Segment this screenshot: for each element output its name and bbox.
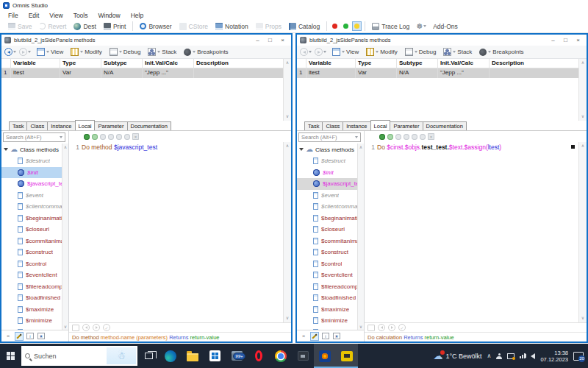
column-header[interactable]: Init.Val/Calc <box>438 59 490 68</box>
close-button[interactable]: × <box>277 35 288 45</box>
info-panel-button[interactable]: i <box>26 332 35 341</box>
column-header[interactable]: Description <box>194 59 291 68</box>
column-header[interactable]: Subtype <box>397 59 438 68</box>
select-icon[interactable] <box>368 325 375 331</box>
method-item[interactable]: $init <box>1 167 68 179</box>
tree-root-class-methods[interactable]: ☁ Class methods <box>1 144 68 155</box>
omnis-studio-taskbar-button[interactable] <box>314 344 336 368</box>
delete-method-button[interactable]: × <box>4 332 12 341</box>
maximize-button[interactable]: □ <box>265 35 276 45</box>
chrome-button[interactable] <box>270 344 292 368</box>
minimize-button[interactable]: – <box>548 35 559 45</box>
tab[interactable]: Documentation <box>127 121 171 130</box>
window-toolbar-button[interactable]: Breakpoints <box>476 47 526 57</box>
nav-back-button[interactable] <box>300 48 312 56</box>
code-toolbar-green-button[interactable] <box>84 134 90 140</box>
method-item[interactable]: $construct <box>1 247 68 258</box>
maximize-button[interactable]: □ <box>560 35 571 45</box>
code-toolbar-button[interactable] <box>395 134 401 140</box>
gear-button[interactable]: ☸ <box>413 22 429 30</box>
code-line[interactable]: 1 Do $cinst.$objs.test_test.$text.$assig… <box>365 142 587 151</box>
method-item[interactable]: $closeurl <box>297 224 364 236</box>
menu-item[interactable]: Window <box>93 12 125 19</box>
taskbar-search[interactable]: Suchen ☃ <box>21 346 137 366</box>
addons-button[interactable]: Add-Ons <box>429 21 462 32</box>
code-toolbar-button[interactable] <box>404 134 409 140</box>
scroll-down-icon[interactable]: ∨ <box>579 113 587 120</box>
scroll-up-icon[interactable]: ∧ <box>579 60 587 66</box>
trace-log-button[interactable]: Trace Log <box>368 21 413 32</box>
window-toolbar-button[interactable]: Stack <box>440 47 475 57</box>
tab[interactable]: Class <box>322 121 343 130</box>
scroll-down-icon[interactable]: ∨ <box>284 315 291 322</box>
method-item[interactable]: $event <box>297 190 364 202</box>
variable-row[interactable]: 1 ltest Var N/A "Jepp ..." <box>1 68 291 78</box>
method-item[interactable]: $maximize <box>1 304 68 316</box>
method-search-combo[interactable]: Search (Alt+F) <box>298 132 361 142</box>
tree-scrollbar[interactable]: ∧ ∨ <box>357 144 364 331</box>
column-header[interactable]: Type <box>356 59 397 68</box>
code-toolbar-clear-button[interactable]: × <box>428 133 434 140</box>
tab[interactable]: Parameter <box>94 121 127 130</box>
delete-method-button[interactable]: × <box>299 332 308 341</box>
window-toolbar-button[interactable]: View <box>329 47 362 57</box>
code-toolbar-button[interactable] <box>124 134 130 140</box>
ok-circle-icon[interactable]: ✓ <box>103 324 110 331</box>
toolbar-button[interactable]: Revert <box>35 21 70 32</box>
window-toolbar-button[interactable]: Modify <box>363 47 401 57</box>
code-toolbar-button[interactable] <box>420 134 426 140</box>
tree-root-class-methods[interactable]: ☁ Class methods <box>297 144 364 155</box>
table-scrollbar[interactable]: ∧ ∨ <box>578 59 587 121</box>
code-editor[interactable]: 1 Do method $javascript_test ∧ ∨ <box>69 142 291 322</box>
edit-method-button[interactable] <box>15 332 24 341</box>
toolbar-button[interactable]: Browser <box>136 21 175 32</box>
store-button[interactable] <box>204 344 226 368</box>
toolbar-button[interactable]: CStore <box>176 21 212 32</box>
stamp-button[interactable]: ★ <box>37 332 46 341</box>
menu-item[interactable]: Edit <box>24 12 45 19</box>
code-toolbar-clear-button[interactable]: × <box>132 133 139 140</box>
display-tray-icon[interactable] <box>507 353 514 359</box>
column-header[interactable]: Type <box>60 59 101 68</box>
back-circle-icon[interactable] <box>378 324 385 331</box>
tab[interactable]: Local <box>75 120 96 130</box>
window-toolbar-button[interactable]: View <box>34 47 66 57</box>
nav-forward-button[interactable] <box>315 48 326 56</box>
toolbar-button[interactable]: Save <box>4 21 35 32</box>
back-circle-icon[interactable] <box>82 324 90 331</box>
code-editor[interactable]: 1 Do $cinst.$objs.test_test.$text.$assig… <box>365 142 587 322</box>
window-toolbar-button[interactable]: Stack <box>145 47 179 57</box>
scroll-down-icon[interactable]: ∨ <box>284 113 291 120</box>
method-item[interactable]: $destruct <box>297 155 364 167</box>
select-icon[interactable] <box>72 325 79 331</box>
method-item[interactable]: $filereadcomplete <box>1 281 68 293</box>
code-line[interactable]: 1 Do method $javascript_test <box>69 142 291 151</box>
mail-button[interactable]: 99+ <box>226 344 248 368</box>
file-explorer-button[interactable] <box>182 344 204 368</box>
method-item[interactable]: $destruct <box>1 155 68 167</box>
action-center-button[interactable]: 20 <box>573 352 584 361</box>
tab[interactable]: Task <box>304 121 323 130</box>
method-item[interactable]: $javascript_test <box>1 178 68 190</box>
toolbar-button[interactable]: Print <box>100 21 129 32</box>
code-toolbar-button[interactable] <box>116 134 122 140</box>
stamp-button[interactable]: ★ <box>332 332 341 341</box>
yellow-app-button[interactable] <box>336 344 358 368</box>
toolbar-button[interactable]: Notation <box>212 21 252 32</box>
column-header[interactable]: Variable <box>11 59 60 68</box>
forward-circle-icon[interactable] <box>388 324 395 331</box>
column-header[interactable]: Variable <box>306 59 356 68</box>
menu-item[interactable]: Tools <box>68 12 93 19</box>
window-toolbar-button[interactable]: Debug <box>107 47 144 57</box>
traffic-light-button[interactable] <box>352 21 362 31</box>
code-toolbar-lightgreen-button[interactable] <box>387 134 393 140</box>
method-item[interactable]: $maximize <box>297 304 364 316</box>
method-item[interactable]: $filereadcomplete <box>297 281 364 293</box>
code-toolbar-button[interactable] <box>108 134 114 140</box>
method-item[interactable]: $beginanimation <box>1 213 68 224</box>
traffic-light-button[interactable] <box>341 21 351 31</box>
expander-icon[interactable] <box>299 148 304 151</box>
window-toolbar-button[interactable]: Breakpoints <box>181 47 231 57</box>
start-button[interactable] <box>0 344 21 368</box>
method-item[interactable]: $event <box>1 190 68 202</box>
